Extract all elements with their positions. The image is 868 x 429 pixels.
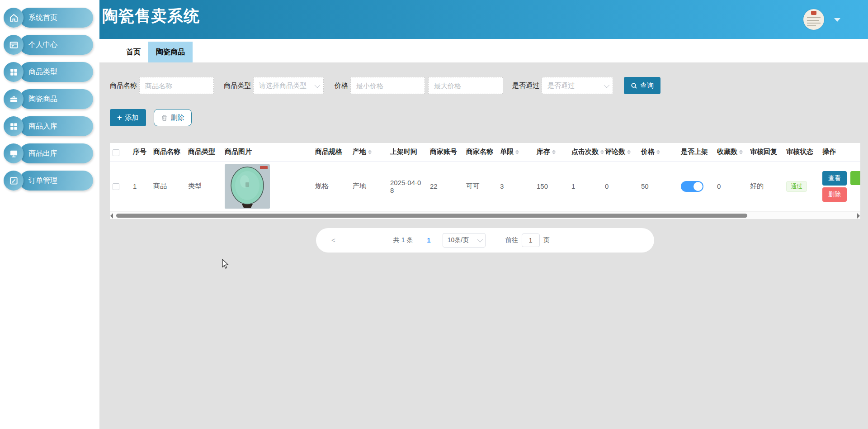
- sidebar-item-label[interactable]: 商品入库: [19, 116, 93, 136]
- scrollbar-thumb[interactable]: [116, 214, 747, 218]
- cell-comments: 0: [602, 161, 638, 211]
- page-size-select[interactable]: 10条/页: [443, 233, 486, 248]
- plus-icon: +: [117, 114, 122, 122]
- column-header-stock[interactable]: 库存: [534, 143, 569, 161]
- sidebar-item-label[interactable]: 商品类型: [19, 62, 93, 82]
- column-header-origin[interactable]: 产地: [350, 143, 387, 161]
- column-header-actions: 操作: [820, 143, 860, 161]
- toolbar: + 添加 删除: [110, 109, 868, 126]
- product-type-select-value: 请选择商品类型: [259, 81, 307, 90]
- sidebar-item-label[interactable]: 商品出库: [19, 143, 93, 163]
- price-label: 价格: [335, 81, 348, 90]
- column-header-label: 单限: [500, 148, 514, 155]
- page-number-1[interactable]: 1: [427, 236, 430, 244]
- product-name-label: 商品名称: [110, 81, 137, 90]
- column-header-product-type: 商品类型: [185, 143, 222, 161]
- search-button[interactable]: 查询: [624, 77, 660, 94]
- green-action-button[interactable]: [850, 171, 860, 185]
- price-max-input[interactable]: [428, 77, 503, 94]
- trash-icon: [161, 114, 168, 121]
- sidebar-item-product-inbound[interactable]: 商品入库: [4, 116, 99, 136]
- prev-page-button[interactable]: <: [331, 236, 335, 244]
- product-photo[interactable]: [225, 164, 270, 209]
- tab-home[interactable]: 首页: [118, 42, 148, 62]
- delete-button[interactable]: 删除: [154, 109, 192, 126]
- goto-page-input[interactable]: [522, 234, 540, 247]
- row-delete-button[interactable]: 删除: [822, 187, 847, 202]
- column-header-label: 商品类型: [188, 148, 215, 155]
- sort-caret-icon[interactable]: [600, 148, 604, 156]
- cell-limit: 3: [497, 161, 534, 211]
- cell-merchant-name: 可可: [463, 161, 497, 211]
- search-icon: [631, 82, 637, 89]
- table-header-row: 序号商品名称商品类型商品图片商品规格产地上架时间商家账号商家名称单限库存点击次数…: [110, 143, 860, 161]
- column-header-shelf-time: 上架时间: [387, 143, 427, 161]
- scroll-left-arrow-icon[interactable]: [110, 213, 113, 219]
- column-header-label: 上架时间: [390, 148, 417, 155]
- column-header-label: 评论数: [605, 148, 625, 155]
- chevron-down-icon: [315, 82, 321, 88]
- cell-price: 50: [638, 161, 678, 211]
- column-header-merchant-name: 商家名称: [463, 143, 497, 161]
- grid-icon: [4, 116, 24, 136]
- user-avatar[interactable]: [803, 9, 824, 30]
- column-header-spec: 商品规格: [312, 143, 350, 161]
- select-all-checkbox[interactable]: [113, 149, 119, 156]
- column-header-comments[interactable]: 评论数: [602, 143, 638, 161]
- sidebar-item-profile[interactable]: 个人中心: [4, 35, 99, 55]
- sort-caret-icon[interactable]: [739, 148, 743, 156]
- column-header-label: 商品规格: [315, 148, 342, 155]
- cell-product-name: 商品: [151, 161, 185, 211]
- column-header-clicks[interactable]: 点击次数: [569, 143, 602, 161]
- filter-bar: 商品名称 商品类型 请选择商品类型 价格 是否通过 是否通过 查询: [110, 77, 868, 94]
- sort-caret-icon[interactable]: [627, 148, 631, 156]
- sidebar-item-order-management[interactable]: 订单管理: [4, 171, 99, 191]
- sort-caret-icon[interactable]: [368, 148, 372, 156]
- sidebar: 系统首页 个人中心 商品类型 陶瓷商品 商品入库 商品出库 订单管理: [0, 0, 99, 429]
- on-shelf-toggle[interactable]: [681, 181, 703, 192]
- scroll-right-arrow-icon[interactable]: [857, 213, 860, 219]
- cell-product-type: 类型: [185, 161, 222, 211]
- column-header-label: 序号: [133, 148, 146, 155]
- add-button[interactable]: + 添加: [110, 109, 146, 126]
- sort-caret-icon[interactable]: [656, 148, 660, 156]
- horizontal-scrollbar[interactable]: [110, 212, 860, 219]
- cell-review-reply: 好的: [747, 161, 783, 211]
- column-header-review-reply: 审核回复: [747, 143, 783, 161]
- product-name-input[interactable]: [139, 77, 214, 94]
- app-title: 陶瓷售卖系统: [102, 5, 200, 27]
- column-header-label: 商品名称: [153, 148, 180, 155]
- chevron-down-icon[interactable]: [834, 18, 840, 22]
- sidebar-item-product-outbound[interactable]: 商品出库: [4, 143, 99, 163]
- delete-button-label: 删除: [171, 114, 184, 122]
- view-button[interactable]: 查看: [822, 171, 847, 186]
- column-header-label: 审核回复: [750, 148, 777, 155]
- column-header-price[interactable]: 价格: [638, 143, 678, 161]
- tab-ceramic-products[interactable]: 陶瓷商品: [148, 42, 193, 62]
- column-header-favorites[interactable]: 收藏数: [714, 143, 747, 161]
- row-checkbox[interactable]: [113, 183, 119, 190]
- sidebar-item-product-type[interactable]: 商品类型: [4, 62, 99, 82]
- sort-caret-icon[interactable]: [552, 148, 556, 156]
- sidebar-item-label[interactable]: 个人中心: [19, 35, 93, 55]
- cell-stock: 150: [534, 161, 569, 211]
- cell-merchant-account: 22: [427, 161, 463, 211]
- price-min-input[interactable]: [350, 77, 425, 94]
- column-header-label: 商品图片: [225, 148, 252, 155]
- page-header: 陶瓷售卖系统: [99, 0, 868, 39]
- sort-caret-icon[interactable]: [515, 148, 519, 156]
- pass-status-select[interactable]: 是否通过: [542, 77, 613, 94]
- sidebar-item-system-home[interactable]: 系统首页: [4, 8, 99, 28]
- cell-spec: 规格: [312, 161, 350, 211]
- column-header-limit[interactable]: 单限: [497, 143, 534, 161]
- sidebar-item-label[interactable]: 陶瓷商品: [19, 89, 93, 109]
- grid-icon: [4, 62, 24, 82]
- sidebar-item-label[interactable]: 订单管理: [19, 171, 93, 191]
- sidebar-item-ceramic-products[interactable]: 陶瓷商品: [4, 89, 99, 109]
- column-header-label: 审核状态: [786, 148, 813, 155]
- product-type-select[interactable]: 请选择商品类型: [253, 77, 324, 94]
- sidebar-item-label[interactable]: 系统首页: [19, 8, 93, 28]
- pagination-bar: < 共 1 条 1 10条/页 前往 页: [316, 228, 654, 253]
- column-header-label: 点击次数: [571, 148, 599, 155]
- home-icon: [4, 8, 24, 28]
